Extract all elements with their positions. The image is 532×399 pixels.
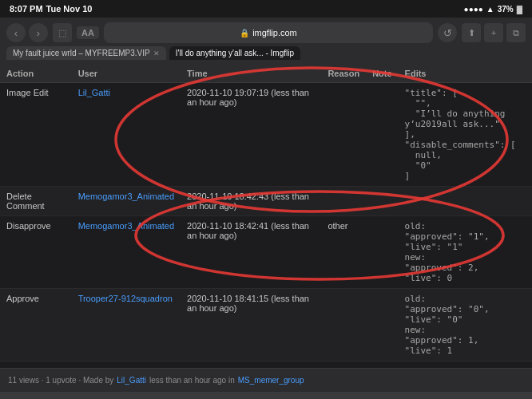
table-header-row: Action User Time Reason Note Edits xyxy=(0,65,532,83)
forward-button[interactable]: › xyxy=(29,23,48,42)
main-content: Action User Time Reason Note Edits Image… xyxy=(0,65,532,368)
cell-time: 2020-11-10 18:40:16 (less than an hour a… xyxy=(181,361,321,369)
header-user: User xyxy=(72,65,181,83)
cell-note xyxy=(366,83,398,187)
cell-note xyxy=(366,187,398,216)
cell-edits: old: "approved": "1", "live": "1" new: "… xyxy=(399,216,532,289)
user-link[interactable]: Trooper27-912squadron xyxy=(78,294,173,303)
battery-icon: ▓ xyxy=(517,5,522,14)
tab-1-close[interactable]: ✕ xyxy=(153,49,160,57)
cell-edits: old: "approved": "0", "live": "0" new: "… xyxy=(399,289,532,361)
cell-time: 2020-11-10 18:42:41 (less than an hour a… xyxy=(181,216,321,289)
table-row: ApproveTrooper27-912squadron2020-11-10 1… xyxy=(0,289,532,361)
header-note: Note xyxy=(366,65,398,83)
cell-user: Lil_Gatti xyxy=(72,83,181,187)
cell-user: Lil_Gatti xyxy=(72,361,181,369)
header-action: Action xyxy=(0,65,72,83)
status-time-area: 8:07 PM Tue Nov 10 xyxy=(10,4,92,14)
table-row: DisapproveMemogamor3_Animated2020-11-10 … xyxy=(0,216,532,289)
cell-action: Image Edit xyxy=(0,83,72,187)
user-link[interactable]: Memogamor3_Animated xyxy=(78,221,174,231)
table-row: SubmitLil_Gatti2020-11-10 18:40:16 (less… xyxy=(0,361,532,369)
search-bar: homer simpson skateboard jump xyxy=(0,392,532,399)
bottom-stream-link[interactable]: MS_memer_group xyxy=(238,376,304,385)
wifi-icon: ▲ xyxy=(486,5,494,14)
status-day: Tue Nov 10 xyxy=(46,4,93,14)
tab-1[interactable]: My fault juice wrld – MYFREEMP3.VIP ✕ xyxy=(6,46,166,60)
cell-action: Delete Comment xyxy=(0,187,72,216)
log-table: Action User Time Reason Note Edits Image… xyxy=(0,65,532,368)
cell-action: Disapprove xyxy=(0,216,72,289)
cell-reason: other xyxy=(321,216,366,289)
bottom-stats: 11 views · 1 upvote · Made by xyxy=(8,376,113,385)
share-button[interactable]: ⬆ xyxy=(462,23,481,42)
bottom-user-link[interactable]: Lil_Gatti xyxy=(117,376,146,385)
reader-mode-button[interactable]: AA xyxy=(77,26,99,39)
cell-user: Memogamor3_Animated xyxy=(72,216,181,289)
cell-time: 2020-11-10 19:07:19 (less than an hour a… xyxy=(181,83,321,187)
cell-reason xyxy=(321,289,366,361)
tab-row: My fault juice wrld – MYFREEMP3.VIP ✕ I'… xyxy=(6,46,526,60)
header-edits: Edits xyxy=(399,65,532,83)
status-time: 8:07 PM xyxy=(10,4,43,14)
tab-2-title: I'll do anything y'all ask... - Imgflip xyxy=(176,49,294,57)
table-row: Delete CommentMemogamor3_Animated2020-11… xyxy=(0,187,532,216)
cell-time: 2020-11-10 18:42:43 (less than an hour a… xyxy=(181,187,321,216)
tab-2[interactable]: I'll do anything y'all ask... - Imgflip xyxy=(169,46,300,60)
nav-buttons: ‹ › xyxy=(6,23,48,42)
header-time: Time xyxy=(181,65,321,83)
address-bar[interactable]: 🔒 imgflip.com xyxy=(104,22,433,43)
cell-user: Memogamor3_Animated xyxy=(72,187,181,216)
lock-icon: 🔒 xyxy=(240,29,249,38)
header-reason: Reason xyxy=(321,65,366,83)
user-link[interactable]: Lil_Gatti xyxy=(78,366,110,368)
cell-edits: "title": [ "", "I’ll do anything y’u2019… xyxy=(399,83,532,187)
back-button[interactable]: ‹ xyxy=(6,23,26,42)
cell-edits xyxy=(399,187,532,216)
cell-time: 2020-11-10 18:41:15 (less than an hour a… xyxy=(181,289,321,361)
cell-reason xyxy=(321,83,366,187)
bottom-bar: 11 views · 1 upvote · Made by Lil_Gatti … xyxy=(0,368,532,392)
new-tab-button[interactable]: + xyxy=(484,23,503,42)
user-link[interactable]: Lil_Gatti xyxy=(78,88,110,97)
table-row: Image EditLil_Gatti2020-11-10 19:07:19 (… xyxy=(0,83,532,187)
cell-note xyxy=(366,216,398,289)
cell-note xyxy=(366,361,398,369)
url-text: imgflip.com xyxy=(252,28,297,38)
cell-reason xyxy=(321,361,366,369)
user-link[interactable]: Memogamor3_Animated xyxy=(78,192,174,201)
tab-1-title: My fault juice wrld – MYFREEMP3.VIP xyxy=(13,49,150,57)
status-indicators: ●●●● ▲ 37% ▓ xyxy=(464,5,522,14)
cell-action: Submit xyxy=(0,361,72,369)
tabs-button[interactable]: ⧉ xyxy=(506,23,526,42)
bottom-suffix: less than an hour ago in xyxy=(149,376,235,385)
browser-toolbar: ‹ › ⬚ AA 🔒 imgflip.com ↺ ⬆ + ⧉ xyxy=(6,22,526,43)
status-bar: 8:07 PM Tue Nov 10 ●●●● ▲ 37% ▓ xyxy=(0,0,532,18)
cell-note xyxy=(366,289,398,361)
signal-icon: ●●●● xyxy=(464,5,483,14)
cell-reason xyxy=(321,187,366,216)
cell-action: Approve xyxy=(0,289,72,361)
tabs-overview-button[interactable]: ⬚ xyxy=(53,23,72,42)
cell-user: Trooper27-912squadron xyxy=(72,289,181,361)
toolbar-right: ⬆ + ⧉ xyxy=(462,23,526,42)
cell-edits: Stream: MS_memer_group xyxy=(399,361,532,369)
battery-level: 37% xyxy=(498,5,514,14)
reload-button[interactable]: ↺ xyxy=(438,23,457,42)
browser-chrome: ‹ › ⬚ AA 🔒 imgflip.com ↺ ⬆ + ⧉ My fault … xyxy=(0,18,532,65)
